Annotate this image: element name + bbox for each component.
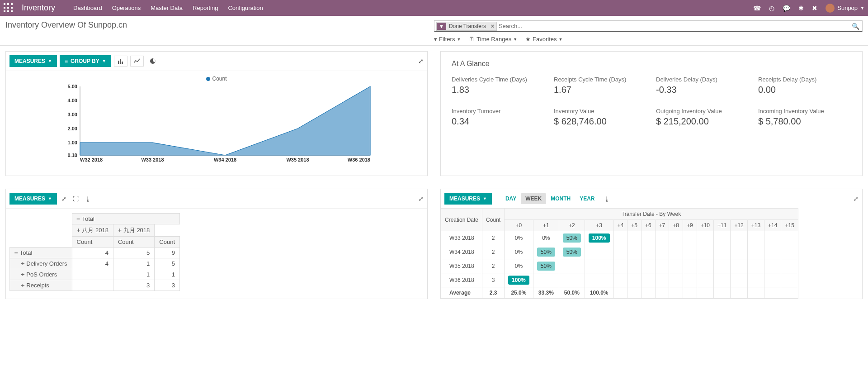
nav-configuration[interactable]: Configuration [228,5,263,11]
fullscreen-icon[interactable]: ⛶ [71,194,80,204]
search-icon[interactable]: 🔍 [852,23,859,30]
svg-rect-2 [122,62,123,64]
nav-master-data[interactable]: Master Data [151,5,183,11]
group-by-label: GROUP BY [71,58,99,64]
kpi-label: Outgoing Inventory Value [656,108,749,114]
svg-rect-0 [118,61,119,64]
favorites-dropdown[interactable]: ★ Favorites ▼ [525,36,562,43]
expand-icon[interactable]: + [21,271,24,278]
bar-chart-icon[interactable] [114,56,127,67]
search-facet-label: Done Transfers [446,22,489,30]
apps-icon[interactable] [4,3,14,13]
kpi-grid: Deliveries Cycle Time (Days)1.83Receipts… [452,76,851,127]
chart-body: Count 0.101.002.003.004.005.00W32 2018W3… [6,71,427,176]
kpi-value: $ 628,746.00 [554,116,647,127]
pie-chart-icon[interactable] [146,56,159,67]
svg-text:4.00: 4.00 [68,98,77,103]
kpi-item: Deliveries Delay (Days)-0.33 [656,76,749,95]
pivot-table: −Total+八月 2018+九月 2018CountCountCount−To… [9,213,180,291]
nav-operations[interactable]: Operations [112,5,141,11]
svg-rect-1 [120,59,121,64]
pivot-card: MEASURES ▼ ⤢ ⛶ ⭳ ⤢ −Total+八月 2018+九月 201… [5,189,428,299]
legend-dot-icon [206,77,210,81]
avatar [826,4,835,13]
cohort-toolbar: MEASURES ▼ DAYWEEKMONTHYEAR ⭳ ⤢ [441,189,862,208]
navbar-right: ☎ ◴ 💬 ✱ ✖ Sunpop ▼ [753,4,864,13]
table-row[interactable]: +Receipts33 [10,280,180,291]
kpi-item: Outgoing Inventory Value$ 215,200.00 [656,108,749,127]
kpi-value: 1.67 [554,85,647,95]
time-week-button[interactable]: WEEK [521,193,546,204]
nav-reporting[interactable]: Reporting [193,5,218,11]
bug-icon[interactable]: ✱ [798,5,804,12]
search-input[interactable] [499,23,860,29]
favorites-label: Favorites [533,36,557,43]
group-by-button[interactable]: ≡ GROUP BY ▼ [60,55,111,67]
table-row[interactable]: +PoS Orders11 [10,269,180,280]
chart-legend: Count [15,76,418,82]
expand-icon[interactable]: + [21,282,24,289]
table-row[interactable]: W35 201820%50% [441,259,798,273]
expand-icon[interactable]: + [77,227,80,234]
measures-button[interactable]: MEASURES ▼ [9,55,57,67]
download-icon[interactable]: ⭳ [83,194,93,204]
collapse-icon[interactable]: − [14,249,18,256]
app-brand[interactable]: Inventory [22,3,55,13]
kpi-value: 0.00 [758,85,851,95]
dashboard-board: MEASURES ▼ ≡ GROUP BY ▼ ⤢ Count 0.101.00… [0,46,868,305]
svg-text:3.00: 3.00 [68,112,77,117]
pivot-toolbar: MEASURES ▼ ⤢ ⛶ ⭳ ⤢ [6,189,427,209]
chart-card: MEASURES ▼ ≡ GROUP BY ▼ ⤢ Count 0.101.00… [5,51,428,176]
measures-label: MEASURES [14,195,45,202]
table-row[interactable]: W33 201820%0%50%100% [441,231,798,245]
kpi-value: $ 5,780.00 [758,116,851,127]
svg-text:2.00: 2.00 [68,126,77,131]
table-row[interactable]: W34 201820%50%50% [441,245,798,259]
svg-text:W32 2018: W32 2018 [80,157,103,162]
expand-all-icon[interactable]: ⤢ [60,194,68,204]
table-row-average: Average2.325.0%33.3%50.0%100.0% [441,287,798,299]
time-ranges-dropdown[interactable]: 🗓 Time Ranges ▼ [469,36,517,43]
measures-label: MEASURES [14,58,45,64]
close-session-icon[interactable]: ✖ [812,5,817,12]
table-row[interactable]: +Delivery Orders415 [10,258,180,269]
clock-icon[interactable]: ◴ [769,5,774,12]
collapse-icon[interactable]: − [77,215,80,222]
remove-facet-icon[interactable]: × [489,23,496,29]
time-year-button[interactable]: YEAR [575,193,599,204]
expand-icon[interactable]: + [118,227,122,234]
nav-dashboard[interactable]: Dashboard [73,5,102,11]
expand-icon[interactable]: ⤢ [853,195,859,202]
kpi-value: $ 215,200.00 [656,116,749,127]
kpi-value: 0.34 [452,116,545,127]
measures-button[interactable]: MEASURES ▼ [444,193,492,205]
table-row[interactable]: −Total459 [10,248,180,258]
kpi-label: Incoming Inventory Value [758,108,851,114]
phone-icon[interactable]: ☎ [753,5,761,12]
line-chart-icon[interactable] [130,56,144,67]
legend-label: Count [212,76,226,82]
filters-dropdown[interactable]: ▾ Filters ▼ [434,36,461,43]
kpi-label: Deliveries Cycle Time (Days) [452,76,545,83]
chat-icon[interactable]: 💬 [783,5,790,12]
kpi-item: Incoming Inventory Value$ 5,780.00 [758,108,851,127]
search-box[interactable]: ▼ Done Transfers × 🔍 [434,20,863,32]
expand-icon[interactable]: ⤢ [418,195,424,202]
svg-text:W36 2018: W36 2018 [348,157,370,162]
kpi-value: -0.33 [656,85,749,95]
chart-toolbar: MEASURES ▼ ≡ GROUP BY ▼ ⤢ [6,52,427,71]
expand-icon[interactable]: + [21,260,24,267]
expand-icon[interactable]: ⤢ [418,57,424,65]
measures-button[interactable]: MEASURES ▼ [9,193,57,205]
search-options: ▾ Filters ▼ 🗓 Time Ranges ▼ ★ Favorites … [434,36,863,43]
time-month-button[interactable]: MONTH [546,193,575,204]
user-menu[interactable]: Sunpop ▼ [826,4,864,13]
kpi-label: Inventory Turnover [452,108,545,114]
download-icon[interactable]: ⭳ [602,194,612,204]
table-row[interactable]: W36 20183100% [441,273,798,287]
page-title: Inventory Overview Of Sunpop.cn [5,20,127,30]
time-day-button[interactable]: DAY [501,193,521,204]
svg-text:W33 2018: W33 2018 [141,157,164,162]
navbar: Inventory Dashboard Operations Master Da… [0,0,868,16]
cohort-table: Creation DateCountTransfer Date - By Wee… [441,208,798,299]
